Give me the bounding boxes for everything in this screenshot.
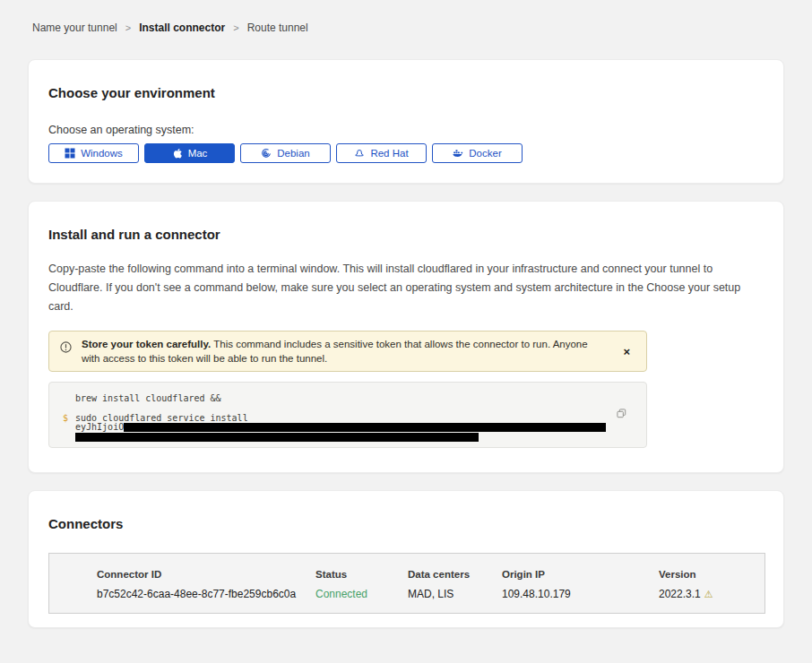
- breadcrumb: Name your tunnel > Install connector > R…: [28, 0, 784, 34]
- warning-triangle-icon: ⚠: [704, 589, 713, 599]
- prompt-spacer: [63, 394, 75, 404]
- os-button-mac[interactable]: Mac: [144, 143, 235, 163]
- os-button-docker[interactable]: Docker: [432, 143, 523, 163]
- code-line-brew: brew install cloudflared &&: [63, 394, 610, 404]
- os-button-windows[interactable]: Windows: [48, 143, 139, 163]
- cell-version: 2022.3.1⚠: [659, 588, 756, 600]
- code-line-token-2: [63, 433, 610, 443]
- docker-icon: [453, 148, 463, 159]
- token-warning-title: Store your token carefully.: [82, 339, 211, 349]
- os-button-label: Debian: [277, 148, 309, 159]
- cell-origin-ip: 109.48.10.179: [502, 588, 659, 600]
- os-button-redhat[interactable]: Red Hat: [336, 143, 427, 163]
- page: Name your tunnel > Install connector > R…: [0, 0, 812, 663]
- connectors-title: Connectors: [48, 516, 764, 531]
- shell-prompt: $: [63, 414, 75, 424]
- choose-environment-card: Choose your environment Choose an operat…: [28, 59, 784, 184]
- prompt-spacer: [63, 433, 75, 443]
- redacted-token-bar: [75, 433, 479, 442]
- os-select-label: Choose an operating system:: [48, 124, 764, 136]
- cell-data-centers: MAD, LIS: [408, 588, 502, 600]
- breadcrumb-separator: >: [125, 22, 131, 33]
- os-button-label: Windows: [81, 148, 123, 159]
- close-icon[interactable]: ×: [619, 344, 634, 359]
- code-line-blank: [63, 404, 610, 414]
- breadcrumb-step-install-connector[interactable]: Install connector: [139, 22, 225, 34]
- connectors-card: Connectors Connector ID Status Data cent…: [28, 490, 784, 628]
- redhat-icon: [354, 148, 365, 159]
- code-line-token: eyJhIjoiO: [63, 423, 610, 433]
- os-button-debian[interactable]: Debian: [240, 143, 331, 163]
- install-connector-card: Install and run a connector Copy-paste t…: [28, 201, 784, 473]
- install-connector-description: Copy-paste the following command into a …: [48, 260, 764, 316]
- column-header-data-centers: Data centers: [408, 569, 502, 580]
- redacted-token-bar: [124, 423, 606, 432]
- prompt-spacer: [63, 423, 75, 433]
- cell-connector-id: b7c52c42-6caa-48ee-8c77-fbe259cb6c0a: [97, 588, 315, 600]
- breadcrumb-step-route-tunnel[interactable]: Route tunnel: [247, 22, 308, 34]
- install-connector-title: Install and run a connector: [48, 227, 764, 242]
- code-text-token: eyJhIjoiO: [75, 423, 606, 433]
- column-header-version: Version: [659, 569, 756, 580]
- code-line-sudo: $ sudo cloudflared service install: [63, 414, 610, 424]
- windows-icon: [65, 148, 75, 159]
- terminal-command-block: brew install cloudflared && $ sudo cloud…: [48, 382, 647, 448]
- alert-circle-icon: [60, 340, 72, 357]
- connectors-table: Connector ID Status Data centers Origin …: [48, 553, 765, 614]
- column-header-connector-id: Connector ID: [97, 569, 315, 580]
- token-warning-text: Store your token carefully.This command …: [82, 337, 607, 366]
- version-value: 2022.3.1: [659, 588, 701, 600]
- column-header-status: Status: [315, 569, 408, 580]
- debian-icon: [261, 148, 272, 159]
- token-prefix: eyJhIjoiO: [75, 422, 124, 432]
- copy-icon[interactable]: [615, 407, 628, 420]
- choose-environment-title: Choose your environment: [48, 85, 764, 100]
- column-header-origin-ip: Origin IP: [502, 569, 659, 580]
- breadcrumb-separator: >: [233, 22, 238, 33]
- breadcrumb-step-name-your-tunnel[interactable]: Name your tunnel: [32, 22, 117, 34]
- code-text-brew: brew install cloudflared &&: [75, 394, 221, 404]
- apple-icon: [172, 148, 183, 159]
- token-warning-banner: Store your token carefully.This command …: [48, 331, 647, 372]
- os-button-group: Windows Mac Debian Red Hat: [48, 143, 764, 163]
- os-button-label: Mac: [188, 148, 208, 159]
- cell-status: Connected: [315, 588, 408, 600]
- os-button-label: Red Hat: [370, 148, 408, 159]
- os-button-label: Docker: [469, 148, 501, 159]
